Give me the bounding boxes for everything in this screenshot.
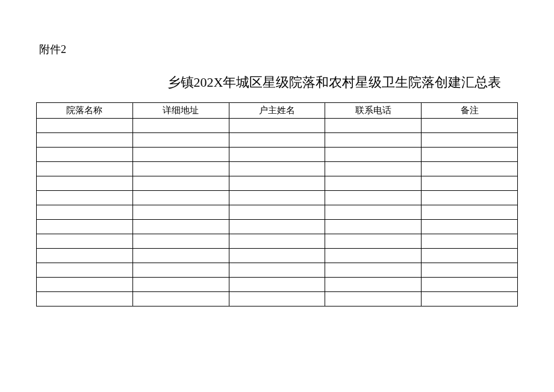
table-cell [132, 148, 229, 162]
table-cell [422, 205, 518, 220]
table-cell [132, 119, 229, 133]
page-title: 乡镇202X年城区星级院落和农村星级卫生院落创建汇总表 [36, 73, 518, 92]
table-cell [132, 220, 229, 234]
table-cell [132, 234, 229, 249]
table-cell [325, 234, 422, 249]
table-cell [229, 234, 325, 249]
col-header-phone: 联系电话 [325, 103, 422, 119]
table-row [37, 249, 518, 263]
table-cell [132, 191, 229, 205]
table-cell [132, 162, 229, 176]
table-cell [422, 278, 518, 292]
table-cell [325, 292, 422, 306]
table-cell [422, 234, 518, 249]
table-cell [37, 234, 133, 249]
table-cell [422, 119, 518, 133]
table-row [37, 234, 518, 249]
col-header-name: 院落名称 [37, 103, 133, 119]
table-cell [37, 191, 133, 205]
table-cell [422, 263, 518, 278]
table-cell [325, 263, 422, 278]
table-cell [325, 148, 422, 162]
col-header-owner: 户主姓名 [229, 103, 325, 119]
table-row [37, 292, 518, 306]
table-cell [229, 176, 325, 191]
table-cell [325, 162, 422, 176]
table-cell [37, 133, 133, 148]
table-row [37, 278, 518, 292]
table-cell [132, 292, 229, 306]
table-row [37, 263, 518, 278]
table-cell [229, 220, 325, 234]
table-cell [229, 278, 325, 292]
table-cell [37, 162, 133, 176]
table-header-row: 院落名称 详细地址 户主姓名 联系电话 备注 [37, 103, 518, 119]
table-body [37, 119, 518, 306]
table-cell [132, 249, 229, 263]
table-cell [37, 119, 133, 133]
table-cell [422, 191, 518, 205]
table-cell [132, 205, 229, 220]
table-row [37, 205, 518, 220]
table-cell [325, 191, 422, 205]
table-cell [229, 148, 325, 162]
table-row [37, 176, 518, 191]
table-cell [325, 119, 422, 133]
table-cell [422, 220, 518, 234]
table-row [37, 162, 518, 176]
table-cell [37, 176, 133, 191]
table-cell [325, 133, 422, 148]
table-cell [229, 133, 325, 148]
table-cell [229, 119, 325, 133]
table-cell [325, 249, 422, 263]
table-row [37, 133, 518, 148]
table-cell [422, 249, 518, 263]
table-cell [37, 263, 133, 278]
table-row [37, 148, 518, 162]
table-row [37, 119, 518, 133]
table-cell [37, 292, 133, 306]
table-cell [422, 148, 518, 162]
table-cell [132, 278, 229, 292]
table-cell [132, 176, 229, 191]
table-cell [325, 278, 422, 292]
table-row [37, 191, 518, 205]
table-cell [229, 205, 325, 220]
table-cell [229, 292, 325, 306]
table-cell [422, 292, 518, 306]
table-cell [229, 162, 325, 176]
attachment-label: 附件2 [36, 42, 518, 57]
col-header-address: 详细地址 [132, 103, 229, 119]
table-cell [229, 263, 325, 278]
table-cell [37, 220, 133, 234]
table-cell [325, 176, 422, 191]
table-cell [37, 205, 133, 220]
table-cell [229, 249, 325, 263]
table-cell [422, 176, 518, 191]
table-cell [422, 162, 518, 176]
table-cell [37, 148, 133, 162]
table-cell [422, 133, 518, 148]
table-cell [325, 220, 422, 234]
table-row [37, 220, 518, 234]
summary-table: 院落名称 详细地址 户主姓名 联系电话 备注 [36, 102, 518, 306]
table-cell [37, 278, 133, 292]
table-cell [325, 205, 422, 220]
col-header-remark: 备注 [422, 103, 518, 119]
table-cell [37, 249, 133, 263]
table-cell [229, 191, 325, 205]
table-cell [132, 133, 229, 148]
table-cell [132, 263, 229, 278]
